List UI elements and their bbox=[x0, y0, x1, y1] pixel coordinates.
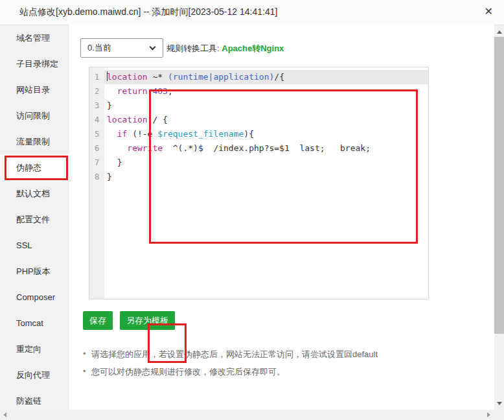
sidebar-item-default-document[interactable]: 默认文档 bbox=[0, 181, 69, 207]
code-line[interactable]: return 403; bbox=[104, 84, 428, 99]
scroll-down-arrow-icon[interactable] bbox=[497, 402, 502, 405]
code-token: } bbox=[107, 158, 122, 167]
horizontal-scrollbar[interactable] bbox=[0, 410, 504, 420]
code-token: location bbox=[107, 72, 148, 82]
code-line[interactable]: location ~* (runtime|application)/{ bbox=[104, 70, 428, 84]
line-number: 5 bbox=[89, 127, 104, 141]
line-number: 8 bbox=[89, 170, 104, 184]
code-token: rewrite bbox=[127, 143, 163, 153]
sidebar-item-composer[interactable]: Composer bbox=[0, 285, 69, 310]
sidebar-item-tomcat[interactable]: Tomcat bbox=[0, 310, 69, 336]
rewrite-code-editor[interactable]: 12345678 location ~* (runtime|applicatio… bbox=[89, 67, 429, 299]
code-line[interactable]: if (!-e $request_filename){ bbox=[104, 127, 428, 141]
help-note: 请选择您的应用，若设置伪静态后，网站无法正常访问，请尝试设置回default bbox=[82, 349, 378, 360]
editor-code-area[interactable]: location ~* (runtime|application)/{ retu… bbox=[104, 67, 428, 299]
code-token bbox=[107, 129, 117, 139]
code-line[interactable]: location / { bbox=[104, 113, 428, 127]
code-token: ~* bbox=[148, 72, 168, 82]
dialog-title: 站点修改[xyb.demo.maiwd.cn] -- 添加时间[2023-05-… bbox=[19, 6, 277, 18]
code-token: 403 bbox=[152, 86, 167, 96]
code-token: location bbox=[107, 115, 148, 124]
main-panel: 0.当前 规则转换工具: Apache转Nginx 12345678 locat… bbox=[69, 25, 494, 410]
help-notes: 请选择您的应用，若设置伪静态后，网站无法正常访问，请尝试设置回default您可… bbox=[82, 349, 378, 384]
sidebar-item-site-directory[interactable]: 网站目录 bbox=[0, 77, 69, 103]
line-number: 2 bbox=[89, 84, 104, 99]
line-number: 4 bbox=[89, 113, 104, 127]
vertical-scrollbar-thumb[interactable] bbox=[494, 37, 504, 334]
code-token: /{ bbox=[274, 72, 284, 82]
code-token: if bbox=[117, 129, 128, 139]
sidebar-item-domain-management[interactable]: 域名管理 bbox=[0, 25, 69, 51]
code-token: ){ bbox=[244, 129, 254, 139]
sidebar-item-reverse-proxy[interactable]: 反向代理 bbox=[0, 362, 69, 388]
save-as-template-button[interactable]: 另存为模板 bbox=[120, 311, 175, 330]
convert-tool-row: 规则转换工具: Apache转Nginx bbox=[166, 43, 284, 54]
sidebar-nav: 域名管理子目录绑定网站目录访问限制流量限制伪静态默认文档配置文件SSLPHP版本… bbox=[0, 25, 69, 410]
sidebar-item-config-file[interactable]: 配置文件 bbox=[0, 207, 69, 233]
code-line[interactable]: } bbox=[104, 170, 428, 184]
sidebar-item-url-rewrite[interactable]: 伪静态 bbox=[0, 155, 69, 181]
sidebar-item-subdirectory-binding[interactable]: 子目录绑定 bbox=[0, 51, 69, 77]
code-line[interactable]: } bbox=[104, 156, 428, 170]
rewrite-rule-select-value: 0.当前 bbox=[87, 43, 111, 52]
save-button[interactable]: 保存 bbox=[83, 311, 113, 330]
sidebar-item-ssl[interactable]: SSL bbox=[0, 233, 69, 259]
line-number: 6 bbox=[89, 141, 104, 156]
dialog-titlebar: 站点修改[xyb.demo.maiwd.cn] -- 添加时间[2023-05-… bbox=[0, 0, 504, 25]
convert-tool-label: 规则转换工具: bbox=[166, 43, 220, 53]
sidebar-item-access-restriction[interactable]: 访问限制 bbox=[0, 103, 69, 129]
code-token: ^(.*)$ /index.php?s=$1 last; break; bbox=[163, 143, 371, 153]
code-token bbox=[107, 86, 117, 96]
code-token: ; bbox=[168, 86, 173, 96]
code-token: return bbox=[117, 86, 148, 96]
code-token bbox=[107, 143, 127, 153]
scroll-right-arrow-icon[interactable] bbox=[487, 412, 490, 417]
code-token: (runtime|application) bbox=[168, 72, 274, 82]
code-token: } bbox=[107, 100, 112, 110]
scroll-up-arrow-icon[interactable] bbox=[497, 30, 502, 34]
sidebar-item-redirect[interactable]: 重定向 bbox=[0, 336, 69, 362]
code-line[interactable]: rewrite ^(.*)$ /index.php?s=$1 last; bre… bbox=[104, 141, 428, 156]
apache-to-nginx-link[interactable]: Apache转Nginx bbox=[222, 43, 284, 53]
code-token: } bbox=[107, 172, 112, 181]
sidebar-item-traffic-limit[interactable]: 流量限制 bbox=[0, 129, 69, 155]
chevron-down-icon bbox=[150, 44, 156, 51]
editor-line-numbers: 12345678 bbox=[89, 67, 104, 299]
sidebar-item-php-version[interactable]: PHP版本 bbox=[0, 259, 69, 285]
line-number: 3 bbox=[89, 99, 104, 113]
code-line[interactable]: } bbox=[104, 99, 428, 113]
vertical-scrollbar[interactable] bbox=[494, 25, 504, 410]
code-token: $request_filename bbox=[157, 129, 244, 139]
code-token: (!-e bbox=[127, 129, 157, 139]
scroll-left-arrow-icon[interactable] bbox=[3, 412, 6, 417]
site-modify-dialog: 站点修改[xyb.demo.maiwd.cn] -- 添加时间[2023-05-… bbox=[0, 0, 504, 420]
close-icon[interactable]: ✕ bbox=[485, 5, 493, 18]
help-note: 您可以对伪静态规则进行修改，修改完后保存即可。 bbox=[82, 366, 378, 378]
rewrite-rule-select[interactable]: 0.当前 bbox=[80, 38, 163, 58]
line-number: 7 bbox=[89, 156, 104, 170]
code-token: / { bbox=[148, 115, 168, 124]
line-number: 1 bbox=[89, 70, 104, 84]
